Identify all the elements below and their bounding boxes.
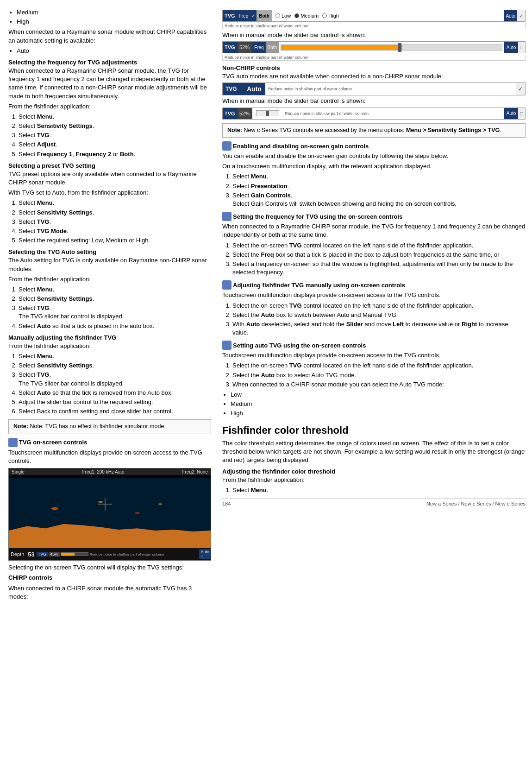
- step7-2: Select the Freq box so that a tick is pl…: [232, 251, 526, 259]
- step4-2: Select Sensitivity Settings.: [19, 361, 211, 370]
- tvg-top-bar: TVG Freq ✓ Both Low Medium High Auto ✓: [222, 10, 526, 22]
- auto-bullet-list: Auto: [17, 47, 211, 55]
- step6-3: Select Gain Controls.Select Gain Control…: [232, 191, 526, 208]
- step3-1: Select Menu.: [19, 285, 211, 294]
- tvg-top-options: Low Medium High: [272, 13, 504, 19]
- section6-body: You can enable and disable the on-screen…: [222, 152, 526, 160]
- tvg-top-freq-label: Freq: [237, 10, 250, 21]
- tvg-manual-auto: Auto: [504, 42, 519, 53]
- tvg-manual-slider[interactable]: [281, 44, 502, 51]
- tvg-manual-check: □: [518, 42, 525, 53]
- step6-1: Select Menu.: [232, 172, 526, 181]
- tvg-m2-slider-area[interactable]: [256, 110, 279, 116]
- section5-heading-row: TVG on-screen controls: [8, 438, 211, 447]
- sonar-freq2: Freq2: None: [182, 469, 208, 474]
- step1-5: Select Frequency 1, Frequency 2 or Both.: [19, 150, 211, 158]
- radio-high: [322, 13, 327, 18]
- from-fishfinder-1: From the fishfinder application:: [8, 102, 211, 111]
- sonar-auto-label: Auto: [200, 550, 209, 554]
- section7-heading-row: Setting the frequency for TVG using the …: [222, 212, 526, 221]
- section3-body: The Auto setting for TVG is only availab…: [8, 256, 211, 273]
- section2-body: TVG preset options are only available wh…: [8, 170, 211, 187]
- option-medium[interactable]: Medium: [294, 13, 319, 19]
- steps8-list: Select the on-screen TVG control located…: [232, 302, 526, 337]
- note2-bold: Menu > Sensitivity Settings > TVG: [406, 127, 500, 133]
- steps6-list: Select Menu. Select Presentation. Select…: [232, 172, 526, 208]
- tvg-m2-pct: 52%: [238, 108, 252, 119]
- sonar-header: Single Freq1: 200 kHz Auto Freq2: None: [9, 468, 211, 475]
- from-fishfinder-4: From the fishfinder application:: [222, 476, 526, 484]
- note1-label: Note:: [13, 423, 30, 430]
- select-tvg-text: Selecting the on-screen TVG control will…: [8, 563, 211, 572]
- steps4-list: Select Menu. Select Sensitivity Settings…: [19, 352, 211, 416]
- bullets-top: Medium High: [17, 8, 211, 26]
- tvg-manual-freq: Freq: [252, 42, 266, 53]
- bullet-medium: Medium: [17, 8, 211, 17]
- steps2-list: Select Menu. Select Sensitivity Settings…: [19, 199, 211, 245]
- step2-4: Select TVG Mode.: [19, 227, 211, 235]
- tvg3-reduce-text: Reduce noise in shallow part of water co…: [265, 87, 516, 91]
- sonar-tvg-pct: 45%: [49, 552, 60, 556]
- step3-3: Select TVG.The TVG slider bar control is…: [19, 304, 211, 321]
- sonar-tvg-label: TVG: [37, 552, 48, 556]
- tvg-m2-auto: Auto: [504, 108, 519, 119]
- step4-1: Select Menu.: [19, 352, 211, 360]
- slider-handle2: [266, 111, 269, 116]
- svg-point-4: [135, 512, 140, 514]
- tvg-manual-bar: TVG 52% Freq Both Auto □: [222, 41, 526, 53]
- step10-1: Select Menu.: [232, 486, 526, 494]
- step2-2: Select Sensitivity Settings.: [19, 209, 211, 217]
- option-medium-label: Medium: [300, 13, 319, 19]
- sonar-auto-mini: Auto ✓: [199, 549, 211, 559]
- footer-row: 184 New a Series / New c Series / New e …: [222, 499, 526, 506]
- step4-4: Select Auto so that the tick is removed …: [19, 389, 211, 397]
- sonar-depth-label: Depth: [9, 551, 26, 557]
- auto-icon: [222, 341, 232, 350]
- tvg-m2-reduce: Reduce noise in shallow part of water co…: [283, 111, 504, 116]
- sonar-image: Single Freq1: 200 kHz Auto Freq2: None G…: [8, 468, 211, 561]
- adj-threshold-title: Adjusting the fishfinder color threshold: [222, 468, 526, 475]
- sonar-slider[interactable]: [61, 552, 88, 556]
- tvg-manual-pct: 52%: [238, 42, 252, 53]
- tvg-manual-tvg: TVG: [223, 42, 238, 53]
- section7-body: When connected to a Raymarine CHIRP sona…: [222, 222, 526, 239]
- section8-heading-row: Adjusting fishfinder TVG manually using …: [222, 280, 526, 290]
- step8-2: Select the Auto box to switch between Au…: [232, 311, 526, 319]
- section2-body2: With TVG set to Auto, from the fishfinde…: [8, 189, 211, 197]
- svg-point-2: [51, 507, 58, 510]
- step1-1: Select Menu.: [19, 113, 211, 121]
- step4-3: Select TVG.The TVG slider bar control is…: [19, 371, 211, 387]
- chirp-controls-title: CHIRP controls: [8, 574, 52, 581]
- sonar-auto-check: ✓: [200, 554, 209, 559]
- left-column: Medium High When connected to a Raymarin…: [0, 5, 218, 607]
- reduce-text-top: Reduce noise in shallow part of water co…: [222, 23, 526, 29]
- tvg-m2-tvg: TVG: [223, 108, 238, 119]
- page: Medium High When connected to a Raymarin…: [0, 5, 532, 607]
- sonar-content: [9, 478, 211, 548]
- note2-body: New c Series TVG controls are accessed b…: [242, 127, 406, 133]
- sonar-tvg-mini: TVG 45% Reduce noise in shallow part of …: [37, 552, 200, 556]
- section9-heading-row: Setting auto TVG using the on-screen con…: [222, 341, 526, 350]
- bullet-auto: Auto: [17, 47, 211, 55]
- option-high[interactable]: High: [322, 13, 339, 19]
- from-fishfinder-3: From the fishfinder application:: [8, 342, 211, 350]
- step8-1: Select the on-screen TVG control located…: [232, 302, 526, 310]
- step1-4: Select Adjust.: [19, 140, 211, 149]
- step9-2: Select the Auto box to select Auto TVG m…: [232, 371, 526, 379]
- steps1-list: Select Menu. Select Sensitivity Settings…: [19, 113, 211, 158]
- note2-end: .: [500, 127, 501, 133]
- section8-body: Touchscreen multifunction displays provi…: [222, 291, 526, 299]
- sonar-freq1: Freq1: 200 kHz Auto: [82, 469, 125, 474]
- footer-page-number: 184: [222, 501, 231, 506]
- option-low[interactable]: Low: [275, 13, 291, 19]
- note1-box: Note: Note: TVG has no effect in fishfin…: [8, 419, 211, 434]
- tvg-m2-check: □: [518, 108, 525, 119]
- tvg-top-checkmark: ✓: [517, 10, 525, 21]
- bullet-high: High: [17, 18, 211, 26]
- section9-title: Setting auto TVG using the on-screen con…: [233, 342, 366, 349]
- from-fishfinder-2: From the fishfinder application:: [8, 275, 211, 284]
- steps7-list: Select the on-screen TVG control located…: [232, 241, 526, 277]
- sonar-svg: [9, 478, 211, 548]
- step7-1: Select the on-screen TVG control located…: [232, 241, 526, 250]
- option-high-label: High: [328, 13, 339, 19]
